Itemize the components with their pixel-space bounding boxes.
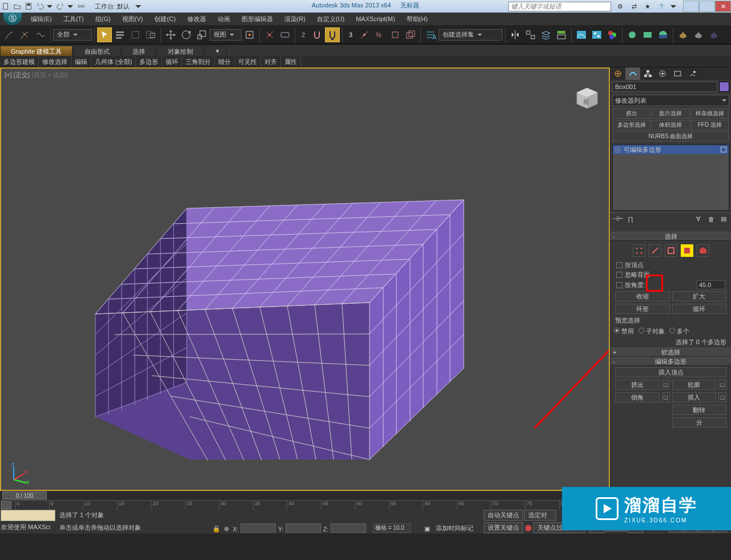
- motion-tab-icon[interactable]: [655, 67, 670, 80]
- so-border-icon[interactable]: [665, 244, 677, 257]
- inset-button[interactable]: 插入: [672, 392, 717, 402]
- window-crossing-icon[interactable]: [143, 27, 158, 42]
- set-key-button[interactable]: 设置关键点: [484, 522, 523, 533]
- extrude-settings-icon[interactable]: □: [662, 380, 670, 390]
- rollout-softsel[interactable]: +软选择: [610, 348, 731, 357]
- mod-patchsel-button[interactable]: 面片选择: [652, 108, 689, 119]
- connectivity-icon[interactable]: ⚙: [615, 1, 625, 11]
- time-tag-icon[interactable]: ▣: [423, 525, 431, 533]
- scene-box-object[interactable]: [87, 120, 487, 462]
- outline-settings-icon[interactable]: □: [718, 380, 726, 390]
- object-name-field[interactable]: Box001: [612, 82, 717, 92]
- ref-coord-dropdown[interactable]: 视图: [210, 29, 242, 41]
- bind-space-warp-icon[interactable]: [33, 27, 48, 42]
- ring-button[interactable]: 环形: [615, 304, 670, 314]
- display-tab-icon[interactable]: [670, 67, 685, 80]
- loop-button[interactable]: 循环: [672, 304, 727, 314]
- mod-volsel-button[interactable]: 体积选择: [652, 120, 689, 130]
- chk-by-vertex[interactable]: [616, 262, 622, 268]
- selection-filter-dropdown[interactable]: 全部: [53, 29, 92, 41]
- qat-open-icon[interactable]: [12, 1, 22, 11]
- help-search-input[interactable]: [508, 2, 611, 11]
- abs-rel-icon[interactable]: ⊕: [223, 525, 231, 533]
- ribbon-tab-select[interactable]: 选择: [122, 46, 156, 56]
- ribbon-sub-5[interactable]: 循环: [162, 56, 182, 67]
- qat-new-icon[interactable]: [1, 1, 11, 11]
- modifier-list-dropdown[interactable]: 修改器列表: [612, 95, 729, 106]
- scale-icon[interactable]: [194, 27, 209, 42]
- mod-extrude-button[interactable]: 挤出: [613, 108, 650, 119]
- menu-customize[interactable]: 自定义(U): [311, 13, 350, 25]
- ribbon-sub-8[interactable]: 可见性: [235, 56, 261, 67]
- layers-icon[interactable]: [539, 27, 553, 42]
- angle-snap2-icon[interactable]: [357, 27, 372, 42]
- menu-group[interactable]: 组(G): [90, 13, 117, 25]
- shrink-button[interactable]: 收缩: [615, 291, 670, 301]
- key-icon[interactable]: ⬤: [524, 524, 532, 532]
- bevel-settings-icon[interactable]: □: [662, 392, 670, 402]
- so-polygon-icon[interactable]: [681, 244, 693, 257]
- ribbon-tab-freeform[interactable]: 自由形式: [74, 46, 121, 56]
- stack-toggle-icon[interactable]: [721, 147, 726, 152]
- keyboard-shortcut-icon[interactable]: [278, 27, 292, 42]
- chk-by-angle[interactable]: [616, 282, 622, 288]
- unlink-icon[interactable]: [18, 27, 33, 42]
- make-unique-icon[interactable]: ∀: [694, 215, 702, 223]
- mod-polysel-button[interactable]: 多边形选择: [613, 120, 650, 130]
- rotate-icon[interactable]: [179, 27, 194, 42]
- lock-selection-icon[interactable]: 🔒: [212, 525, 220, 533]
- inset-settings-icon[interactable]: □: [718, 392, 726, 402]
- modify-tab-icon[interactable]: [625, 67, 640, 80]
- select-by-name-icon[interactable]: [113, 27, 127, 42]
- menu-rendering[interactable]: 渲染(R): [279, 13, 311, 25]
- pivot-center-icon[interactable]: [242, 27, 257, 42]
- snap-3-icon[interactable]: 3: [345, 27, 356, 42]
- qat-undo-icon[interactable]: [35, 1, 45, 11]
- grow-button[interactable]: 扩大: [672, 291, 727, 301]
- ribbon-sub-3[interactable]: 几何体 (全部): [91, 56, 136, 67]
- ribbon-sub-0[interactable]: 多边形建模: [0, 56, 39, 67]
- maximize-button[interactable]: ☐: [699, 1, 715, 12]
- select-object-icon[interactable]: [97, 27, 112, 42]
- render-setup-icon[interactable]: [625, 27, 640, 42]
- ribbon-sub-4[interactable]: 多边形: [136, 56, 162, 67]
- radio-disable[interactable]: [614, 328, 620, 333]
- teapot3-icon[interactable]: [706, 27, 721, 42]
- add-time-tag[interactable]: 添加时间标记: [436, 524, 473, 533]
- snap-toggle-icon[interactable]: [310, 27, 324, 42]
- graphite-ribbon-icon[interactable]: [554, 27, 569, 42]
- named-selection-dropdown[interactable]: 创建选择集: [439, 29, 503, 41]
- rect-region-icon[interactable]: [128, 27, 143, 42]
- render-prod-icon[interactable]: [656, 27, 670, 42]
- menu-maxscript[interactable]: MAXScript(M): [350, 13, 400, 25]
- mirror-icon[interactable]: [508, 27, 523, 42]
- insert-vertex-button[interactable]: 插入顶点: [615, 367, 726, 377]
- configure-sets-icon[interactable]: ▤: [720, 215, 728, 223]
- viewcube[interactable]: 前: [573, 84, 601, 112]
- show-end-result-icon[interactable]: ∏: [626, 215, 634, 223]
- so-element-icon[interactable]: [697, 244, 709, 257]
- ribbon-sub-7[interactable]: 细分: [215, 56, 235, 67]
- menu-edit[interactable]: 编辑(E): [25, 13, 58, 25]
- snap-2d-icon[interactable]: 2: [298, 27, 309, 42]
- time-slider-thumb[interactable]: 0 / 100: [2, 491, 47, 499]
- viewport-label[interactable]: [+] [正交] [真实 + 边面]: [5, 71, 67, 79]
- qat-redo-dropdown-icon[interactable]: [67, 5, 73, 8]
- angle-spinner[interactable]: 45.0: [697, 280, 725, 289]
- ribbon-tab-objectpaint[interactable]: 对象绘制: [157, 46, 204, 56]
- menu-create[interactable]: 创建(C): [148, 13, 181, 25]
- utilities-tab-icon[interactable]: [685, 67, 700, 80]
- angle-snap-icon[interactable]: [325, 27, 340, 42]
- object-color-swatch[interactable]: [719, 82, 729, 92]
- modifier-stack[interactable]: + 可编辑多边形: [612, 144, 729, 211]
- favorites-icon[interactable]: ★: [642, 1, 653, 11]
- menu-tools[interactable]: 工具(T): [58, 13, 90, 25]
- edit-named-sel-icon[interactable]: [403, 27, 418, 42]
- close-button[interactable]: ✕: [715, 1, 731, 12]
- x-coord-field[interactable]: [240, 523, 276, 533]
- selection-set-drop[interactable]: 选定对: [524, 510, 556, 521]
- help-dropdown-icon[interactable]: [670, 5, 676, 8]
- ribbon-sub-6[interactable]: 三角剖分: [182, 56, 215, 67]
- bevel-button[interactable]: 倒角: [615, 392, 660, 402]
- chk-ignore-back[interactable]: [616, 272, 622, 278]
